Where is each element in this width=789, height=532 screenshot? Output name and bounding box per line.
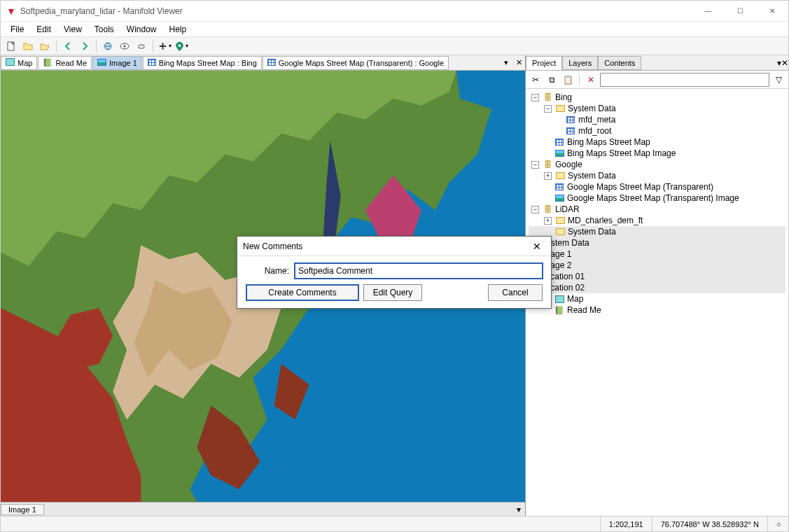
app-logo-icon: ▼ (6, 6, 16, 17)
main-toolbar: ▾ ▾ (1, 37, 788, 55)
pin-icon[interactable]: ▾ (174, 38, 189, 54)
zoom-fit-icon[interactable] (117, 38, 132, 54)
name-input[interactable] (295, 263, 543, 279)
grid-icon (267, 59, 276, 67)
folder-icon (554, 216, 566, 225)
table-icon (554, 137, 565, 147)
delete-icon[interactable]: ✕ (584, 73, 598, 87)
new-comments-dialog: New Comments ✕ Name: Create Comments Edi… (237, 236, 552, 309)
close-button[interactable]: ✕ (756, 1, 788, 22)
project-tabstrip: Project Layers Contents ▾ ✕ (526, 55, 788, 71)
tree-item[interactable]: Google (555, 159, 582, 170)
tree-item[interactable]: System Data (568, 226, 616, 237)
tree-item[interactable]: Map (567, 293, 583, 304)
tab-bing[interactable]: Bing Maps Street Map : Bing (143, 56, 262, 70)
tab-layers[interactable]: Layers (562, 56, 598, 70)
svg-point-5 (179, 44, 181, 47)
zoom-world-icon[interactable] (100, 38, 116, 54)
tree-item[interactable]: Bing (555, 92, 572, 103)
tab-project[interactable]: Project (526, 56, 562, 70)
tree-item[interactable]: mfd_root (578, 125, 611, 136)
menu-file[interactable]: File (5, 23, 29, 36)
tab-map[interactable]: Map (1, 56, 37, 70)
tree-item[interactable]: System Data (568, 170, 616, 181)
database-icon: 🗄 (542, 92, 553, 102)
expand-icon[interactable]: − (531, 161, 539, 169)
expand-icon[interactable]: + (544, 172, 552, 180)
bottom-tab-image1[interactable]: Image 1 (1, 504, 44, 515)
expand-icon[interactable]: + (544, 217, 552, 225)
edit-query-button[interactable]: Edit Query (363, 284, 422, 301)
tab-image1[interactable]: Image 1 (92, 56, 142, 70)
expand-icon[interactable]: − (544, 105, 552, 113)
project-tree[interactable]: −🗄Bing −System Data mfd_meta mfd_root Bi… (526, 89, 788, 516)
image-icon (554, 148, 565, 158)
maximize-button[interactable]: ☐ (724, 1, 756, 22)
tree-item[interactable]: mfd_meta (578, 114, 615, 125)
create-comments-button[interactable]: Create Comments (246, 284, 359, 301)
tab-contents[interactable]: Contents (598, 56, 641, 70)
paste-icon[interactable]: 📋 (561, 73, 575, 87)
tree-item[interactable]: MD_charles_dem_ft (568, 215, 643, 226)
svg-rect-4 (139, 45, 144, 48)
zoom-selection-icon[interactable] (134, 38, 149, 54)
folder-icon (554, 104, 566, 113)
svg-point-3 (124, 45, 126, 47)
add-icon[interactable]: ▾ (157, 38, 172, 54)
minimize-button[interactable]: — (692, 1, 724, 22)
new-file-icon[interactable] (4, 38, 19, 54)
folder-icon (554, 171, 566, 181)
open-file-icon[interactable] (20, 38, 36, 54)
database-icon: 🗄 (542, 160, 553, 169)
cut-icon[interactable]: ✂ (529, 73, 543, 87)
tree-item[interactable]: System Data (568, 103, 616, 114)
table-icon (554, 182, 565, 192)
back-icon[interactable] (60, 38, 76, 54)
expand-icon[interactable]: − (531, 94, 539, 102)
panel-close-icon[interactable]: ✕ (781, 58, 788, 68)
tree-item[interactable]: Read Me (567, 304, 601, 316)
bottom-dropdown-icon[interactable]: ▾ (512, 505, 525, 514)
database-icon: 🗄 (542, 204, 553, 214)
menu-window[interactable]: Window (121, 23, 162, 36)
tree-item[interactable]: Google Maps Street Map (Transparent) Ima… (567, 192, 739, 204)
menu-help[interactable]: Help (164, 23, 193, 36)
tabs-dropdown-icon[interactable]: ▾ (500, 58, 512, 67)
status-bar: 1:202,191 76.707488° W 38.528932° N ○ (1, 516, 788, 531)
status-coords: 76.707488° W 38.528932° N (652, 517, 767, 531)
expand-icon[interactable]: − (531, 206, 539, 214)
dialog-title: New Comments (243, 241, 302, 251)
filter-input[interactable] (600, 73, 769, 87)
status-indicator: ○ (767, 517, 788, 531)
table-icon (565, 115, 576, 125)
cancel-button[interactable]: Cancel (488, 284, 543, 301)
map-icon (6, 58, 15, 67)
tabs-close-icon[interactable]: ✕ (512, 58, 525, 67)
book-icon: 📗 (43, 58, 53, 67)
menu-tools[interactable]: Tools (89, 23, 120, 36)
copy-icon[interactable]: ⧉ (545, 73, 559, 87)
grid-icon (148, 59, 156, 67)
tree-item[interactable]: Bing Maps Street Map (567, 136, 650, 148)
bottom-tabstrip: Image 1 ▾ (1, 502, 525, 516)
title-bar: ▼ Softpedia_maryland_lidar - Manifold Vi… (1, 1, 788, 22)
tree-item[interactable]: Google Maps Street Map (Transparent) (567, 181, 713, 192)
book-icon: 📗 (554, 305, 565, 315)
status-scale: 1:202,191 (600, 517, 652, 531)
tab-google[interactable]: Google Maps Street Map (Transparent) : G… (263, 56, 449, 70)
filter-icon[interactable]: ▽ (771, 73, 785, 87)
tab-readme[interactable]: 📗Read Me (38, 56, 92, 70)
save-icon[interactable] (37, 38, 53, 54)
tree-item[interactable]: LiDAR (555, 204, 580, 215)
project-toolbar: ✂ ⧉ 📋 ✕ ▽ (526, 71, 788, 89)
project-pane: Project Layers Contents ▾ ✕ ✂ ⧉ 📋 ✕ ▽ −🗄… (526, 55, 788, 516)
window-title: Softpedia_maryland_lidar - Manifold View… (20, 6, 692, 16)
forward-icon[interactable] (77, 38, 92, 54)
dialog-close-icon[interactable]: ✕ (529, 241, 545, 252)
name-label: Name: (246, 266, 295, 276)
menu-edit[interactable]: Edit (31, 23, 57, 36)
table-icon (565, 126, 576, 136)
image-icon (554, 193, 565, 203)
menu-view[interactable]: View (58, 23, 88, 36)
tree-item[interactable]: Bing Maps Street Map Image (567, 148, 676, 159)
